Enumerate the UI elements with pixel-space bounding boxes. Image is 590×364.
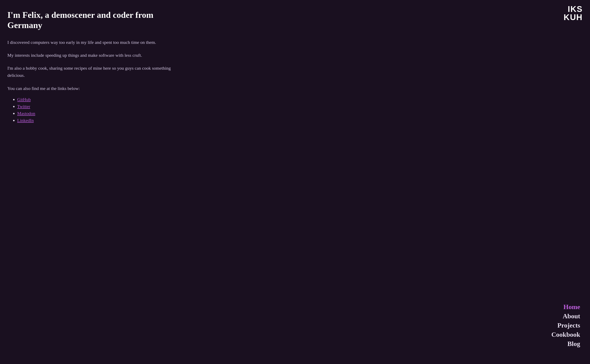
main-content: I'm Felix, a demoscener and coder from G… — [0, 0, 184, 135]
page-title: I'm Felix, a demoscener and coder from G… — [7, 10, 175, 31]
nav-item-about[interactable]: About — [563, 312, 580, 320]
nav-item-projects[interactable]: Projects — [558, 322, 580, 329]
paragraph-3: I'm also a hobby cook, sharing some reci… — [7, 65, 175, 79]
logo-line2: KUH — [564, 13, 583, 21]
twitter-link[interactable]: Twitter — [17, 104, 30, 109]
logo-line1: IKS — [564, 5, 583, 13]
nav-menu: Home About Projects Cookbook Blog — [551, 303, 580, 348]
site-logo: IKS KUH — [564, 5, 583, 21]
list-item-linkedin: LinkedIn — [17, 118, 175, 123]
mastodon-link[interactable]: Mastodon — [17, 111, 35, 116]
social-links-list: GitHub Twitter Mastodon LinkedIn — [7, 97, 175, 123]
github-link[interactable]: GitHub — [17, 97, 31, 102]
nav-item-home[interactable]: Home — [563, 303, 580, 311]
list-item-github: GitHub — [17, 97, 175, 102]
linkedin-link[interactable]: LinkedIn — [17, 118, 34, 123]
list-item-twitter: Twitter — [17, 104, 175, 109]
links-intro: You can also find me at the links below: — [7, 85, 175, 92]
paragraph-2: My interests include speeding up things … — [7, 52, 175, 59]
paragraph-1: I discovered computers way too early in … — [7, 39, 175, 46]
list-item-mastodon: Mastodon — [17, 111, 175, 116]
nav-item-blog[interactable]: Blog — [567, 340, 580, 348]
nav-item-cookbook[interactable]: Cookbook — [551, 331, 580, 338]
